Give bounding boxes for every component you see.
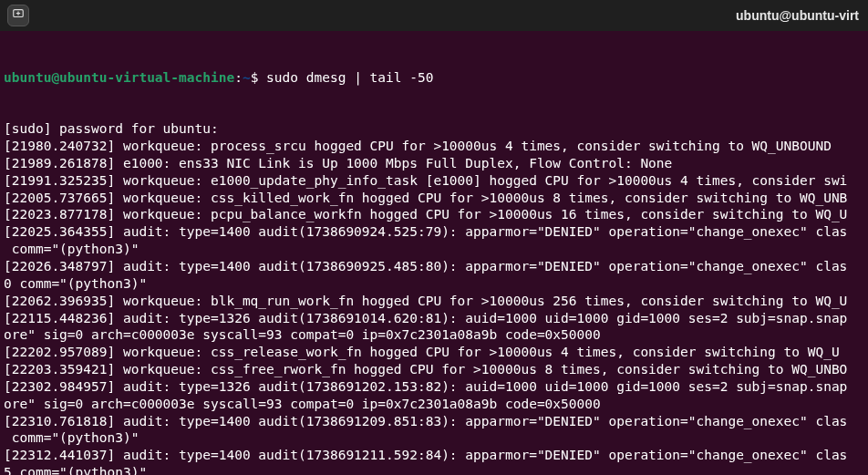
prompt-dollar: $ [251, 70, 266, 85]
output-line: ore" sig=0 arch=c000003e syscall=93 comp… [4, 396, 864, 413]
window-titlebar: ubuntu@ubuntu-virt [0, 0, 868, 31]
output-line: 5 comm="(python3)" [4, 464, 864, 475]
prompt-line: ubuntu@ubuntu-virtual-machine:~$ sudo dm… [4, 69, 864, 87]
output-line: [22026.348797] audit: type=1400 audit(17… [4, 258, 864, 275]
output-line: [sudo] password for ubuntu: [4, 120, 864, 138]
output-line: ore" sig=0 arch=c000003e syscall=93 comp… [4, 326, 864, 344]
prompt-path: ~ [243, 70, 251, 85]
prompt-sep: : [234, 70, 243, 85]
command-text: sudo dmesg | tail -50 [266, 70, 433, 85]
output-line: [22062.396935] workqueue: blk_mq_run_wor… [4, 293, 864, 310]
output-line: [21989.261878] e1000: ens33 NIC Link is … [4, 155, 864, 172]
prompt-userhost: ubuntu@ubuntu-virtual-machine [4, 70, 234, 85]
dmesg-output: [sudo] password for ubuntu:[21980.240732… [4, 120, 864, 475]
output-line: [22005.737665] workqueue: css_killed_wor… [4, 190, 864, 207]
output-line: comm="(python3)" [4, 241, 864, 258]
new-tab-button[interactable] [7, 5, 29, 26]
output-line: comm="(python3)" [4, 429, 864, 447]
output-line: [22025.364355] audit: type=1400 audit(17… [4, 223, 864, 241]
output-line: [22302.984957] audit: type=1326 audit(17… [4, 378, 864, 396]
window-title: ubuntu@ubuntu-virt [29, 7, 863, 24]
output-line: [21991.325235] workqueue: e1000_update_p… [4, 172, 864, 190]
output-line: [22115.448236] audit: type=1326 audit(17… [4, 310, 864, 327]
output-line: [21980.240732] workqueue: process_srcu h… [4, 138, 864, 155]
new-tab-icon [12, 7, 25, 24]
terminal-output[interactable]: ubuntu@ubuntu-virtual-machine:~$ sudo dm… [0, 31, 868, 475]
output-line: [22203.359421] workqueue: css_free_rwork… [4, 361, 864, 378]
output-line: [22023.877178] workqueue: pcpu_balance_w… [4, 206, 864, 223]
output-line: [22202.957089] workqueue: css_release_wo… [4, 344, 864, 361]
output-line: 0 comm="(python3)" [4, 275, 864, 293]
output-line: [22312.441037] audit: type=1400 audit(17… [4, 447, 864, 464]
output-line: [22310.761818] audit: type=1400 audit(17… [4, 413, 864, 430]
